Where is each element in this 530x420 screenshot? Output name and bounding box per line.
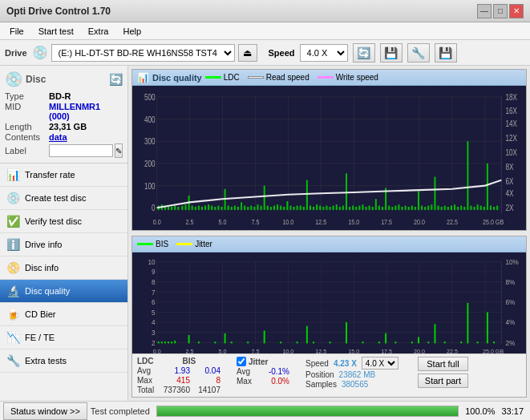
type-value: BD-R — [49, 91, 71, 101]
svg-text:12X: 12X — [505, 133, 517, 143]
jitter-avg-label: Avg — [237, 367, 259, 376]
sidebar-item-disc-quality[interactable]: 🔬 Disc quality — [0, 280, 127, 303]
save-button[interactable]: 💾 — [435, 43, 457, 63]
svg-rect-56 — [280, 206, 281, 211]
svg-rect-82 — [366, 207, 367, 210]
svg-rect-173 — [164, 341, 166, 343]
svg-text:9: 9 — [152, 268, 156, 277]
svg-text:6%: 6% — [505, 298, 515, 307]
jitter-check-row: Jitter — [237, 357, 289, 366]
settings-button[interactable]: 🔧 — [407, 43, 430, 63]
burn-button[interactable]: 💾 — [380, 43, 403, 63]
samples-label: Samples — [305, 380, 337, 389]
disc-section-title: Disc — [26, 74, 46, 85]
contents-value[interactable]: data — [49, 132, 67, 142]
svg-rect-73 — [336, 204, 338, 210]
start-full-button[interactable]: Start full — [418, 357, 468, 371]
sidebar-item-extra-tests[interactable]: 🔧 Extra tests — [0, 349, 127, 373]
svg-rect-92 — [398, 204, 399, 210]
svg-text:4: 4 — [152, 318, 156, 327]
label-input[interactable] — [49, 144, 113, 157]
start-part-button[interactable]: Start part — [418, 374, 468, 388]
svg-rect-188 — [214, 341, 216, 343]
svg-rect-106 — [444, 206, 446, 211]
close-button[interactable]: ✕ — [509, 4, 524, 18]
menu-start-test[interactable]: Start test — [32, 25, 80, 38]
status-window-button[interactable]: Status window >> — [3, 402, 87, 420]
menubar: File Start test Extra Help — [0, 22, 530, 40]
menu-extra[interactable]: Extra — [82, 25, 115, 38]
menu-help[interactable]: Help — [116, 25, 148, 38]
top-chart-header: 📊 Disc quality LDC Read speed — [132, 70, 526, 86]
speed-select[interactable]: 4.0 X — [362, 357, 399, 370]
svg-rect-94 — [405, 206, 407, 211]
svg-rect-66 — [313, 207, 314, 210]
svg-rect-183 — [418, 337, 419, 343]
create-test-disc-label: Create test disc — [25, 193, 86, 203]
maximize-button[interactable]: □ — [493, 4, 508, 18]
svg-rect-65 — [310, 206, 311, 211]
sidebar-item-transfer-rate[interactable]: 📊 Transfer rate — [0, 164, 127, 187]
drive-select[interactable]: (E:) HL-DT-ST BD-RE WH16NS58 TST4 — [51, 44, 235, 62]
disc-refresh-icon[interactable]: 🔄 — [109, 73, 123, 86]
disc-info-icon: 📀 — [6, 261, 20, 274]
refresh-button[interactable]: 🔄 — [353, 43, 375, 63]
fe-te-label: FE / TE — [25, 333, 55, 342]
disc-info-section: 💿 Disc 🔄 Type BD-R MID MILLENMR1 (000) L… — [0, 66, 127, 164]
sidebar-item-verify-test-disc[interactable]: ✅ Verify test disc — [0, 210, 127, 233]
svg-rect-45 — [244, 206, 245, 211]
bis-legend: BIS Jitter — [137, 240, 212, 248]
mid-value: MILLENMR1 (000) — [49, 102, 123, 121]
svg-rect-27 — [184, 204, 186, 210]
sidebar-item-fe-te[interactable]: 📉 FE / TE — [0, 326, 127, 349]
svg-rect-118 — [483, 207, 485, 210]
label-edit-button[interactable]: ✎ — [115, 143, 123, 158]
app-title: Opti Drive Control 1.70 — [6, 6, 111, 17]
svg-rect-176 — [174, 341, 176, 343]
svg-rect-69 — [322, 207, 324, 210]
legend-write-speed-color — [318, 76, 334, 79]
sidebar-item-drive-info[interactable]: ℹ️ Drive info — [0, 233, 127, 256]
jitter-header: Jitter — [249, 357, 268, 366]
eject-button[interactable]: ⏏ — [238, 44, 257, 62]
svg-rect-63 — [303, 207, 305, 210]
fe-te-icon: 📉 — [6, 331, 20, 344]
svg-rect-37 — [217, 206, 219, 211]
speed-select[interactable]: 4.0 X — [300, 44, 348, 62]
chart-area: 📊 Disc quality LDC Read speed — [128, 66, 530, 401]
sidebar-item-create-test-disc[interactable]: 💿 Create test disc — [0, 187, 127, 210]
sidebar-item-cd-bier[interactable]: 🍺 CD Bier — [0, 303, 127, 326]
svg-rect-71 — [330, 207, 331, 210]
max-label: Max — [137, 376, 160, 385]
top-chart-panel: 📊 Disc quality LDC Read speed — [131, 69, 527, 231]
svg-rect-50 — [261, 206, 262, 211]
svg-rect-68 — [319, 206, 321, 211]
length-label: Length — [5, 122, 49, 131]
legend-bis-label: BIS — [156, 240, 168, 248]
svg-text:8: 8 — [152, 278, 156, 287]
svg-rect-33 — [204, 206, 206, 211]
jitter-checkbox[interactable] — [237, 357, 246, 366]
svg-rect-24 — [174, 206, 176, 211]
svg-text:17.5: 17.5 — [381, 217, 392, 226]
svg-text:200: 200 — [144, 159, 156, 169]
svg-text:2X: 2X — [505, 203, 513, 213]
svg-text:8X: 8X — [505, 162, 513, 172]
svg-rect-96 — [411, 206, 413, 211]
svg-rect-59 — [289, 206, 291, 211]
status-text: Test completed — [91, 406, 150, 416]
minimize-button[interactable]: — — [477, 4, 492, 18]
legend-ldc-label: LDC — [224, 73, 240, 82]
svg-text:22.5: 22.5 — [447, 348, 458, 353]
svg-text:18X: 18X — [505, 92, 517, 103]
svg-text:20.0: 20.0 — [414, 348, 425, 353]
menu-file[interactable]: File — [3, 25, 30, 38]
svg-rect-74 — [339, 207, 341, 210]
sidebar-item-disc-info[interactable]: 📀 Disc info — [0, 256, 127, 280]
svg-rect-192 — [297, 341, 298, 343]
jitter-avg-row: Avg -0.1% — [237, 367, 289, 376]
bis-total: 14107 — [193, 386, 220, 394]
position-value: 23862 MB — [339, 370, 376, 379]
speed-section: Speed 4.23 X 4.0 X Position 23862 MB Sam… — [305, 357, 399, 389]
svg-rect-30 — [195, 207, 196, 210]
